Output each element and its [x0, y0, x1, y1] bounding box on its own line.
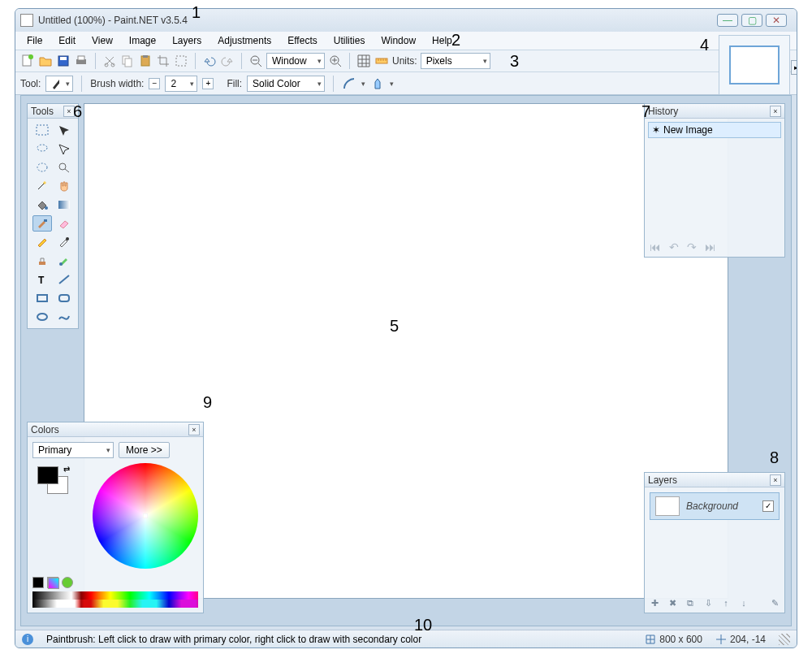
zoom-out-icon[interactable] [248, 54, 263, 68]
tools-panel-close[interactable]: × [63, 106, 75, 117]
cut-icon[interactable] [102, 54, 117, 68]
layer-delete-icon[interactable]: ✖ [666, 596, 679, 609]
history-panel: History × ✶ New Image ⏮ ↶ ↷ ⏭ [644, 103, 785, 258]
tool-pan[interactable] [54, 178, 74, 194]
save-icon[interactable] [56, 54, 71, 68]
history-item-label: New Image [663, 124, 713, 136]
layer-duplicate-icon[interactable]: ⧉ [684, 596, 697, 609]
tool-paint-bucket[interactable] [32, 197, 52, 213]
paste-icon[interactable] [138, 54, 153, 68]
tool-ellipse[interactable] [32, 309, 52, 325]
open-file-icon[interactable] [38, 54, 53, 68]
layer-properties-icon[interactable]: ✎ [768, 596, 781, 609]
tool-eraser[interactable] [54, 215, 74, 232]
tool-color-picker[interactable] [54, 234, 74, 250]
svg-point-29 [37, 314, 47, 320]
image-thumbnail[interactable] [729, 45, 780, 84]
zoom-in-icon[interactable] [328, 54, 343, 68]
brush-width-dropdown[interactable]: 2 [165, 76, 197, 92]
menu-adjustments[interactable]: Adjustments [211, 33, 278, 48]
history-item[interactable]: ✶ New Image [648, 122, 781, 138]
layer-add-icon[interactable]: ✚ [648, 596, 661, 609]
layer-up-icon[interactable]: ↑ [719, 596, 732, 609]
copy-icon[interactable] [120, 54, 135, 68]
tool-paintbrush[interactable] [32, 215, 52, 232]
tool-gradient[interactable] [54, 197, 74, 213]
color-wheel-cursor[interactable] [143, 513, 148, 518]
swap-colors-icon[interactable]: ⇄ [63, 465, 70, 474]
separator [333, 76, 334, 92]
palette-black[interactable] [32, 577, 44, 588]
layer-thumbnail [655, 496, 680, 516]
color-mode-dropdown[interactable]: Primary [32, 442, 114, 458]
tool-magic-wand[interactable] [32, 178, 52, 194]
tool-rounded-rect[interactable] [54, 290, 74, 306]
blend-mode-icon[interactable] [370, 76, 385, 91]
ruler-icon[interactable] [374, 54, 389, 68]
tool-ellipse-select[interactable] [32, 159, 52, 175]
tool-rect-select[interactable] [32, 122, 52, 138]
menu-file[interactable]: File [20, 33, 49, 48]
minimize-button[interactable]: — [717, 14, 738, 27]
crop-icon[interactable] [156, 54, 171, 68]
tool-recolor[interactable] [54, 253, 74, 269]
resize-grip[interactable] [779, 634, 790, 645]
maximize-button[interactable]: ▢ [741, 14, 762, 27]
palette-row-2[interactable] [32, 600, 198, 608]
brush-width-increase[interactable]: + [202, 78, 214, 89]
layer-row[interactable]: Background ✓ [650, 492, 780, 520]
print-icon[interactable] [74, 54, 89, 68]
tool-picker-dropdown[interactable] [45, 76, 73, 92]
color-swatches[interactable]: ⇄ [37, 466, 58, 484]
history-panel-close[interactable]: × [770, 106, 781, 117]
history-ffwd-icon[interactable]: ⏭ [705, 240, 716, 253]
brush-width-label: Brush width: [90, 78, 144, 89]
tool-line[interactable] [54, 271, 74, 288]
layer-merge-icon[interactable]: ⇩ [702, 596, 715, 609]
fill-dropdown[interactable]: Solid Color [247, 76, 325, 92]
deselect-icon[interactable] [174, 54, 188, 68]
redo-icon[interactable] [220, 54, 235, 68]
menu-help[interactable]: Help [425, 33, 459, 48]
history-new-icon: ✶ [652, 124, 660, 136]
layers-panel-title: Layers [648, 474, 677, 486]
new-file-icon[interactable] [20, 54, 35, 68]
tool-pencil[interactable] [32, 234, 52, 250]
menu-layers[interactable]: Layers [166, 33, 208, 48]
history-undo-icon[interactable]: ↶ [669, 240, 679, 253]
units-dropdown[interactable]: Pixels [421, 53, 490, 69]
zoom-mode-dropdown[interactable]: Window [266, 53, 325, 69]
history-redo-icon[interactable]: ↷ [687, 240, 697, 253]
menu-edit[interactable]: Edit [52, 33, 82, 48]
tool-text[interactable]: T [32, 271, 52, 288]
primary-color-swatch[interactable] [37, 466, 58, 484]
tool-freeform[interactable] [54, 309, 74, 325]
layer-visibility-checkbox[interactable]: ✓ [762, 500, 774, 512]
grid-icon[interactable] [356, 54, 371, 68]
tool-rectangle[interactable] [32, 290, 52, 306]
tool-move-pixels[interactable] [54, 141, 74, 157]
colors-panel-close[interactable]: × [188, 424, 200, 435]
palette-row-1[interactable] [32, 591, 198, 600]
brush-width-decrease[interactable]: − [149, 78, 160, 89]
colors-more-button[interactable]: More >> [119, 442, 170, 458]
undo-icon[interactable] [202, 54, 217, 68]
tool-lasso[interactable] [32, 141, 52, 157]
menu-view[interactable]: View [85, 33, 119, 48]
antialias-icon[interactable] [342, 76, 356, 91]
menu-effects[interactable]: Effects [281, 33, 323, 48]
layer-down-icon[interactable]: ↓ [737, 596, 750, 609]
tool-zoom[interactable] [54, 159, 74, 175]
menu-utilities[interactable]: Utilities [327, 33, 372, 48]
layers-panel-close[interactable]: × [770, 474, 781, 486]
svg-point-20 [45, 206, 48, 210]
color-wheel[interactable] [93, 463, 198, 569]
tool-move-selection[interactable] [54, 122, 74, 138]
menu-window[interactable]: Window [374, 33, 422, 48]
tool-clone-stamp[interactable] [32, 253, 52, 269]
add-color-icon[interactable] [62, 577, 73, 588]
thumbnail-expand-button[interactable]: ▸ [791, 60, 797, 75]
history-rewind-icon[interactable]: ⏮ [650, 240, 661, 253]
close-button[interactable]: ✕ [766, 14, 787, 27]
menu-image[interactable]: Image [123, 33, 162, 48]
